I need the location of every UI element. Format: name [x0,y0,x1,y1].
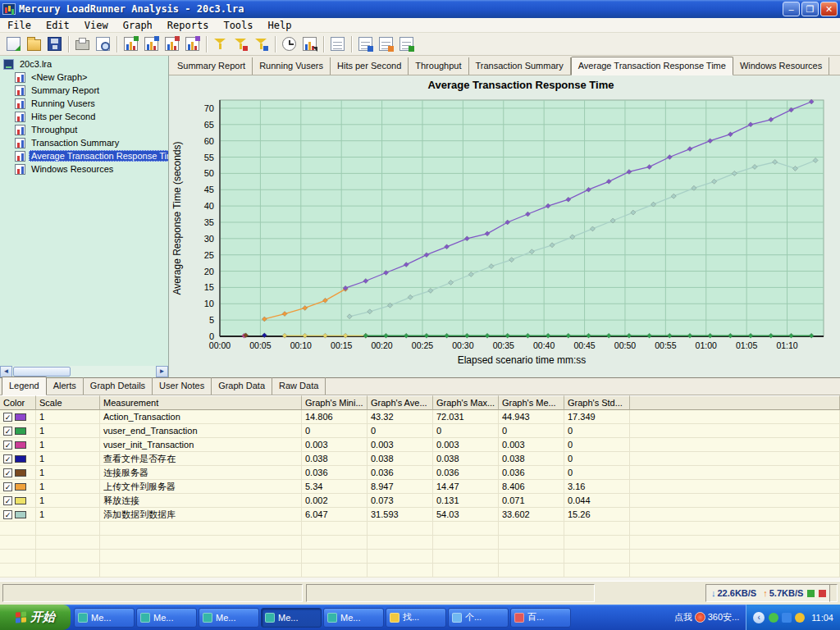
tray-label-2[interactable]: 360安... [708,611,740,623]
print-button[interactable] [72,34,93,54]
tree-item-throughput[interactable]: Throughput [0,123,168,136]
tray-label-1[interactable]: 点我 [674,611,692,623]
visibility-checkbox[interactable]: ✓ [3,468,12,477]
maximize-button[interactable]: ❐ [801,2,819,16]
tray-alert-icon[interactable] [695,612,705,623]
drill-down-button[interactable] [299,34,320,54]
legend-column-scale[interactable]: Scale [36,395,100,410]
legend-column-graph-s-std[interactable]: Graph's Std... [564,395,630,410]
resize-grip[interactable] [829,584,838,602]
report-document-button[interactable] [327,34,348,54]
menu-view[interactable]: View [77,18,116,33]
taskbar-button-2[interactable]: Me... [136,608,197,628]
tray-app-icon-yellow[interactable] [795,613,805,623]
summary-report-button[interactable] [396,34,417,54]
scrollbar-thumb[interactable] [13,367,71,377]
tab-hits-per-second[interactable]: Hits per Second [331,57,409,75]
taskbar-button-5[interactable]: Me... [323,608,384,628]
taskbar-button-4[interactable]: Me... [261,608,322,628]
minimize-button[interactable]: – [783,2,800,16]
tab-windows-resources[interactable]: Windows Resources [733,57,829,75]
visibility-checkbox[interactable]: ✓ [3,441,12,450]
start-button[interactable]: 开始 [0,605,71,630]
visibility-checkbox[interactable]: ✓ [3,510,12,519]
taskbar-button-8[interactable]: 百... [510,608,571,628]
tab-summary-report[interactable]: Summary Report [171,57,253,75]
tray-chevron-icon[interactable]: ‹ [753,612,765,623]
visibility-checkbox[interactable]: ✓ [3,496,12,505]
tab-transaction-summary[interactable]: Transaction Summary [469,57,571,75]
global-filter-button[interactable] [251,34,272,54]
legend-tab-graph-details[interactable]: Graph Details [84,377,153,395]
legend-empty-cell [433,522,499,536]
scroll-right-icon[interactable]: ► [156,366,168,377]
legend-tab-raw-data[interactable]: Raw Data [272,377,326,395]
legend-row[interactable]: ✓1连接服务器0.0360.0360.0360.0360 [0,466,840,480]
visibility-checkbox[interactable]: ✓ [3,427,12,436]
legend-row[interactable]: ✓1vuser_init_Transaction0.0030.0030.0030… [0,438,840,452]
tab-running-vusers[interactable]: Running Vusers [253,57,331,75]
tree-item-transaction-summary[interactable]: Transaction Summary [0,136,168,149]
auto-correlate-button[interactable] [182,34,203,54]
menu-graph[interactable]: Graph [116,18,160,33]
tab-average-transaction-response-time[interactable]: Average Transaction Response Time [571,57,733,75]
html-report-button[interactable] [376,34,396,54]
tree-item-20c3-lra[interactable]: 20c3.lra [0,57,168,71]
visibility-checkbox[interactable]: ✓ [3,454,12,463]
tree-item-windows-resources[interactable]: Windows Resources [0,162,168,176]
menu-reports[interactable]: Reports [160,18,217,33]
legend-row[interactable]: ✓1查看文件是否存在0.0380.0380.0380.0380 [0,452,840,466]
set-filter-button[interactable] [210,34,231,54]
tree-item-new-graph[interactable]: <New Graph> [0,71,168,84]
legend-row[interactable]: ✓1上传文件到服务器5.348.94714.478.4063.16 [0,480,840,494]
tree-horizontal-scrollbar[interactable]: ◄ ► [0,366,168,377]
security-monitor-icon[interactable] [819,590,826,597]
legend-column-graph-s-ave[interactable]: Graph's Ave... [368,395,433,410]
menu-file[interactable]: File [0,18,39,33]
taskbar-button-1[interactable]: Me... [74,608,135,628]
tree-item-running-vusers[interactable]: Running Vusers [0,97,168,110]
legend-tab-user-notes[interactable]: User Notes [153,377,212,395]
legend-column-graph-s-me[interactable]: Graph's Me... [499,395,564,410]
legend-row[interactable]: ✓1释放连接0.0020.0730.1310.0710.044 [0,494,840,508]
tree-item-average-transaction-response-time[interactable]: Average Transaction Response Time [0,149,168,162]
legend-column-graph-s-max[interactable]: Graph's Max... [433,395,499,410]
merge-graphs-button[interactable] [141,34,162,54]
legend-row[interactable]: ✓1vuser_end_Transaction00000 [0,424,840,438]
visibility-checkbox[interactable]: ✓ [3,482,12,491]
cross-result-button[interactable] [162,34,182,54]
add-graph-button[interactable] [121,34,141,54]
granularity-button[interactable] [279,34,299,54]
menu-tools[interactable]: Tools [216,18,260,33]
word-report-button[interactable] [355,34,376,54]
legend-column-measurement[interactable]: Measurement [100,395,302,410]
legend-tab-graph-data[interactable]: Graph Data [212,377,272,395]
scroll-left-icon[interactable]: ◄ [0,366,12,377]
legend-tab-legend[interactable]: Legend [2,377,47,395]
taskbar-button-7[interactable]: 个... [448,608,509,628]
tree-item-hits-per-second[interactable]: Hits per Second [0,110,168,123]
new-session-button[interactable] [3,34,24,54]
tray-app-icon-green[interactable] [769,613,778,623]
taskbar-button-3[interactable]: Me... [199,608,259,628]
traffic-monitor-icon[interactable] [807,590,815,597]
taskbar-button-6[interactable]: 找... [386,608,446,628]
close-button[interactable]: ✕ [820,2,838,16]
menu-help[interactable]: Help [261,18,299,33]
legend-tab-alerts[interactable]: Alerts [47,377,84,395]
legend-column-graph-s-mini[interactable]: Graph's Mini... [302,395,368,410]
save-button[interactable] [44,34,65,54]
legend-row[interactable]: ✓1Action_Transaction14.80643.3272.03144.… [0,410,840,424]
tree-item-summary-report[interactable]: Summary Report [0,84,168,97]
visibility-checkbox[interactable]: ✓ [3,413,12,422]
legend-empty-cell [433,550,499,564]
tray-app-icon-blue[interactable] [782,613,792,623]
open-button[interactable] [24,34,44,54]
title-bar[interactable]: Mercury LoadRunner Analysis - 20c3.lra –… [0,0,840,18]
menu-edit[interactable]: Edit [39,18,77,33]
print-preview-button[interactable] [93,34,113,54]
tab-throughput[interactable]: Throughput [409,57,468,75]
clear-filter-button[interactable] [231,34,251,54]
legend-row[interactable]: ✓1添加数据到数据库6.04731.59354.0333.60215.26 [0,508,840,522]
legend-column-color[interactable]: Color [0,395,36,410]
